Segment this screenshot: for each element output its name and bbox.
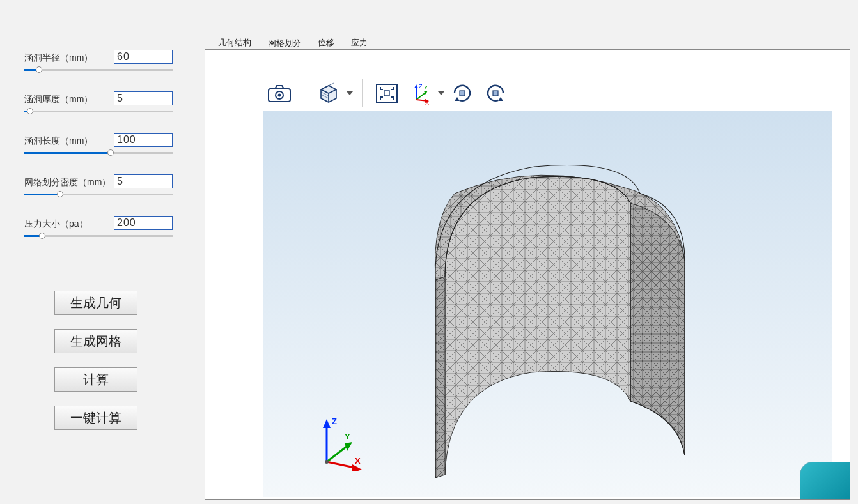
one-click-compute-button[interactable]: 一键计算 <box>54 406 137 430</box>
tab-geometry[interactable]: 几何结构 <box>210 35 260 49</box>
svg-text:Z: Z <box>419 83 423 89</box>
param-label: 涵洞长度（mm） <box>24 135 93 147</box>
corner-widget[interactable] <box>800 462 850 500</box>
compute-button[interactable]: 计算 <box>54 367 137 392</box>
axis-y-label: Y <box>345 432 350 441</box>
param-row-pressure: 压力大小（pa） <box>19 211 173 252</box>
axis-z-label: Z <box>332 416 337 426</box>
screenshot-icon[interactable] <box>265 79 293 107</box>
viewer-tabs: 几何结构 网格划分 位移 应力 <box>210 35 376 49</box>
pressure-input[interactable] <box>114 216 173 230</box>
tab-mesh[interactable]: 网格划分 <box>260 36 309 50</box>
view-cube-icon[interactable] <box>315 79 343 107</box>
viewer-frame: Z Y X <box>205 49 850 500</box>
fit-extent-icon[interactable] <box>373 79 401 107</box>
svg-point-18 <box>325 460 329 464</box>
svg-text:X: X <box>425 100 429 105</box>
mesh-model <box>410 155 704 481</box>
svg-rect-3 <box>377 84 397 102</box>
radius-input[interactable] <box>114 50 173 64</box>
svg-rect-10 <box>460 91 465 96</box>
viewer-toolbar: Z Y X <box>263 75 512 111</box>
svg-text:Y: Y <box>424 84 428 91</box>
3d-viewport[interactable]: Z Y X <box>263 111 832 497</box>
axes-orientation-icon[interactable]: Z Y X <box>406 79 434 107</box>
param-row-mesh-density: 网络划分密度（mm） <box>19 169 173 211</box>
param-row-thickness: 涵洞厚度（mm） <box>19 86 173 128</box>
pressure-slider[interactable] <box>24 233 173 240</box>
param-row-radius: 涵洞半径（mm） <box>19 45 173 86</box>
param-label: 涵洞厚度（mm） <box>24 94 93 105</box>
rotate-cw-icon[interactable] <box>448 79 476 107</box>
param-label: 网络划分密度（mm） <box>24 177 111 188</box>
mesh-density-input[interactable] <box>114 174 173 188</box>
mesh-density-slider[interactable] <box>24 191 173 199</box>
length-input[interactable] <box>114 133 173 147</box>
svg-line-16 <box>327 445 349 462</box>
param-label: 压力大小（pa） <box>24 218 88 230</box>
tab-displacement[interactable]: 位移 <box>309 35 343 49</box>
action-buttons: 生成几何 生成网格 计算 一键计算 <box>19 291 173 430</box>
svg-rect-11 <box>493 91 498 96</box>
parameters-sidebar: 涵洞半径（mm） 涵洞厚度（mm） 涵洞长度（mm） 网络划分密度（mm） <box>0 0 192 504</box>
view-cube-dropdown[interactable] <box>345 91 354 95</box>
axes-triad: Z Y X <box>314 414 371 471</box>
tab-stress[interactable]: 应力 <box>343 35 376 49</box>
thickness-input[interactable] <box>114 91 173 105</box>
thickness-slider[interactable] <box>24 108 173 116</box>
radius-slider[interactable] <box>24 66 173 74</box>
svg-point-2 <box>278 93 281 96</box>
generate-geometry-button[interactable]: 生成几何 <box>54 291 137 315</box>
rotate-ccw-icon[interactable] <box>481 79 510 107</box>
axes-dropdown[interactable] <box>437 91 446 95</box>
generate-mesh-button[interactable]: 生成网格 <box>54 329 137 353</box>
viewer-panel: 几何结构 网格划分 位移 应力 <box>205 35 850 501</box>
length-slider[interactable] <box>24 149 173 157</box>
axis-x-label: X <box>355 456 361 466</box>
param-row-length: 涵洞长度（mm） <box>19 128 173 169</box>
param-label: 涵洞半径（mm） <box>24 52 93 64</box>
